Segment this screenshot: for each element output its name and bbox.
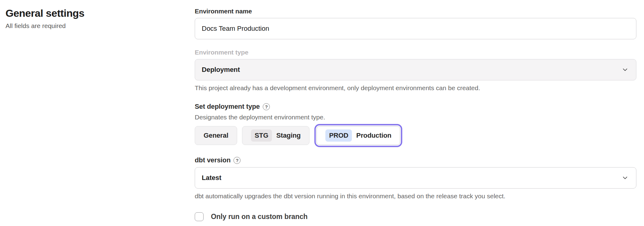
general-settings-form: Environment name Environment type Deploy… — [195, 7, 636, 221]
deployment-type-staging-button[interactable]: STG Staging — [242, 126, 309, 145]
custom-branch-row: Only run on a custom branch — [195, 212, 636, 221]
deployment-type-staging-label: Staging — [276, 132, 301, 139]
page-title: General settings — [5, 7, 84, 19]
chevron-down-icon — [622, 67, 628, 73]
environment-name-label: Environment name — [195, 7, 636, 15]
dbt-version-value: Latest — [202, 174, 221, 182]
dbt-version-label: dbt version — [195, 156, 230, 164]
deployment-type-helper: Designates the deployment environment ty… — [195, 113, 636, 121]
dbt-version-select[interactable]: Latest — [195, 167, 636, 189]
deployment-type-production-button[interactable]: PROD Production — [317, 126, 400, 145]
deployment-type-general-label: General — [204, 132, 228, 139]
environment-type-helper: This project already has a development e… — [195, 84, 636, 92]
chevron-down-icon — [622, 175, 628, 181]
environment-name-input[interactable] — [195, 18, 636, 39]
deployment-type-label: Set deployment type — [195, 102, 260, 111]
page-header: General settings All fields are required — [5, 7, 84, 30]
page-subtitle: All fields are required — [5, 22, 84, 30]
custom-branch-label[interactable]: Only run on a custom branch — [211, 213, 308, 221]
help-icon[interactable] — [263, 103, 270, 110]
deployment-type-production-label: Production — [356, 132, 391, 139]
deployment-type-general-button[interactable]: General — [195, 126, 237, 145]
dbt-version-helper: dbt automatically upgrades the dbt versi… — [195, 192, 636, 200]
custom-branch-checkbox[interactable] — [195, 212, 204, 221]
environment-type-select: Deployment — [195, 59, 636, 80]
production-badge: PROD — [325, 129, 352, 142]
deployment-type-button-group: General STG Staging PROD Production — [195, 126, 636, 145]
staging-badge: STG — [251, 129, 272, 142]
help-icon[interactable] — [233, 157, 241, 164]
environment-type-value: Deployment — [202, 66, 240, 74]
environment-type-label: Environment type — [195, 48, 636, 56]
